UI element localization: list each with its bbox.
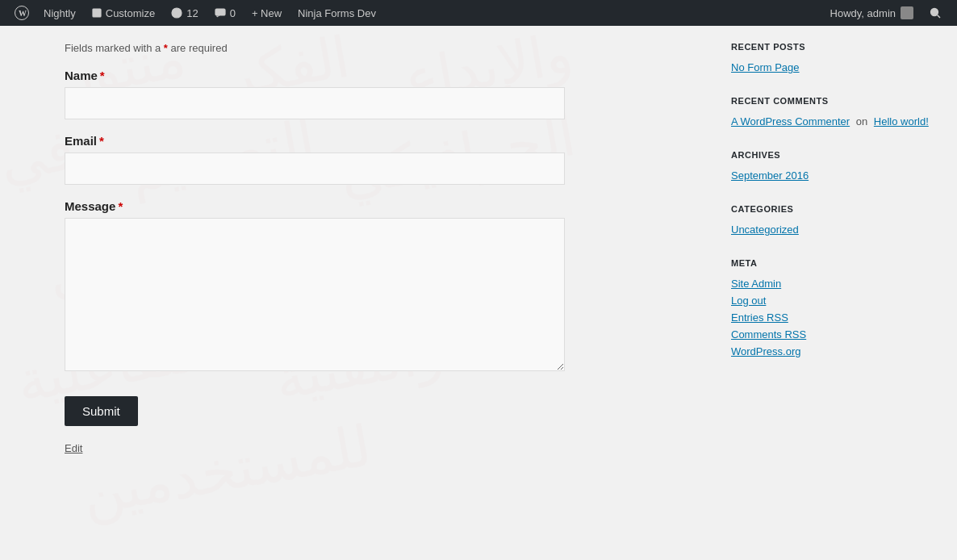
archives-section: ARCHIVES September 2016 — [731, 150, 941, 182]
meta-link-0[interactable]: Site Admin — [731, 278, 941, 290]
svg-point-6 — [931, 9, 938, 16]
submit-button[interactable]: Submit — [65, 396, 138, 426]
plugin-name[interactable]: Ninja Forms Dev — [290, 0, 384, 26]
sidebar: RECENT POSTS No Form Page RECENT COMMENT… — [715, 26, 957, 560]
svg-point-4 — [172, 8, 182, 18]
archives-title: ARCHIVES — [731, 150, 941, 160]
site-name[interactable]: Nightly — [36, 0, 84, 26]
required-notice: Fields marked with a * are required — [65, 42, 581, 54]
search-btn[interactable] — [921, 0, 949, 26]
meta-link-2[interactable]: Entries RSS — [731, 311, 941, 324]
meta-link-4[interactable]: WordPress.org — [731, 345, 941, 357]
comment-post-link[interactable]: Hello world! — [874, 115, 929, 127]
commenter-link[interactable]: A WordPress Commenter — [731, 115, 850, 127]
archive-link-0[interactable]: September 2016 — [731, 169, 941, 182]
meta-link-1[interactable]: Log out — [731, 295, 941, 307]
comments-btn[interactable]: 0 — [207, 0, 244, 26]
meta-title: META — [731, 258, 941, 268]
updates-btn[interactable]: 12 — [163, 0, 206, 26]
name-input[interactable] — [65, 87, 565, 119]
name-required-star: * — [100, 69, 105, 82]
categories-title: CATEGORIES — [731, 204, 941, 214]
svg-text:W: W — [19, 9, 27, 18]
email-required-star: * — [99, 134, 104, 148]
recent-comments-section: RECENT COMMENTS A WordPress Commenter on… — [731, 96, 941, 127]
svg-line-7 — [938, 15, 941, 19]
message-label: Message* — [65, 199, 581, 213]
form-container: Fields marked with a * are required Name… — [0, 26, 613, 487]
main-content: منتور الفکر والإبداع في التصميم الجرافيك… — [0, 26, 715, 560]
howdy-text: Howdy, admin — [822, 6, 921, 19]
categories-section: CATEGORIES Uncategorized — [731, 204, 941, 236]
email-field-group: Email* — [65, 134, 581, 185]
name-label: Name* — [65, 69, 581, 82]
recent-posts-title: RECENT POSTS — [731, 42, 941, 52]
message-field-group: Message* — [65, 199, 581, 374]
meta-section: META Site Admin Log out Entries RSS Comm… — [731, 258, 941, 357]
name-field-group: Name* — [65, 69, 581, 119]
wp-logo[interactable]: W — [8, 0, 36, 26]
svg-rect-5 — [215, 9, 225, 15]
category-link-0[interactable]: Uncategorized — [731, 224, 941, 236]
new-content-btn[interactable]: + New — [244, 0, 290, 26]
email-input[interactable] — [65, 153, 565, 185]
edit-link[interactable]: Edit — [65, 442, 581, 454]
message-textarea[interactable] — [65, 218, 565, 371]
recent-posts-section: RECENT POSTS No Form Page — [731, 42, 941, 73]
message-required-star: * — [118, 199, 123, 213]
recent-comments-title: RECENT COMMENTS — [731, 96, 941, 106]
recent-comment-item: A WordPress Commenter on Hello world! — [731, 115, 941, 127]
customize-btn[interactable]: Customize — [84, 0, 163, 26]
user-avatar — [901, 6, 913, 19]
svg-rect-2 — [93, 9, 101, 17]
admin-bar: W Nightly Customize 12 0 + New Ninja For… — [0, 0, 957, 26]
recent-post-link-0[interactable]: No Form Page — [731, 61, 941, 73]
required-star-notice: * — [164, 42, 168, 54]
email-label: Email* — [65, 134, 581, 148]
meta-link-3[interactable]: Comments RSS — [731, 328, 941, 341]
